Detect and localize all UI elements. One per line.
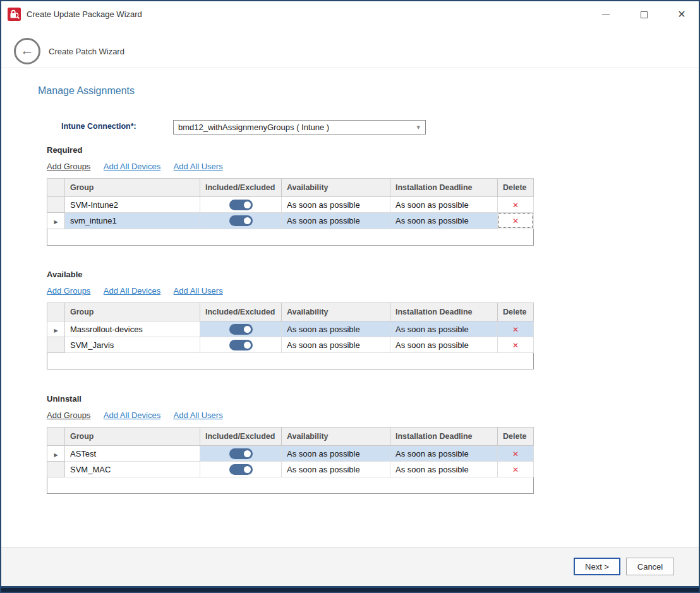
back-button[interactable]: ← <box>14 38 40 64</box>
links-row-available: Add Groups Add All Devices Add All Users <box>47 285 540 296</box>
assignments-table-available: Group Included/Excluded Availability Ins… <box>47 302 534 369</box>
add-all-users-link[interactable]: Add All Users <box>174 410 223 420</box>
table-header-row: Group Included/Excluded Availability Ins… <box>47 179 534 197</box>
availability-cell[interactable]: As soon as possible <box>282 321 390 337</box>
row-selector[interactable]: ▶ <box>47 446 65 462</box>
section-available: Available Add Groups Add All Devices Add… <box>47 270 540 369</box>
included-cell <box>200 446 282 462</box>
column-header-availability: Availability <box>282 303 390 321</box>
close-icon: ✕ <box>677 9 685 20</box>
row-selector[interactable]: ▶ <box>47 213 65 229</box>
back-arrow-icon: ← <box>20 44 34 57</box>
deadline-cell[interactable]: As soon as possible <box>390 321 498 337</box>
table-empty-area <box>47 477 534 494</box>
availability-cell[interactable]: As soon as possible <box>282 197 390 213</box>
included-toggle[interactable] <box>229 215 253 226</box>
add-all-users-link[interactable]: Add All Users <box>174 162 223 171</box>
chevron-down-icon: ▾ <box>416 123 425 131</box>
deadline-cell[interactable]: As soon as possible <box>390 446 498 462</box>
add-groups-link[interactable]: Add Groups <box>47 162 90 171</box>
delete-icon[interactable]: ✕ <box>512 325 519 334</box>
table-row: SVM_MAC As soon as possible As soon as p… <box>47 462 534 477</box>
availability-cell[interactable]: As soon as possible <box>282 446 390 462</box>
included-toggle[interactable] <box>229 200 253 210</box>
delete-cell-focus-outline: ✕ <box>498 213 533 229</box>
group-cell[interactable]: SVM_Jarvis <box>65 337 200 353</box>
add-all-devices-link[interactable]: Add All Devices <box>104 286 160 296</box>
group-cell[interactable]: ASTest <box>65 446 200 462</box>
row-selector-header <box>47 428 65 446</box>
add-groups-link[interactable]: Add Groups <box>47 286 90 296</box>
delete-icon[interactable]: ✕ <box>512 341 519 350</box>
column-header-delete: Delete <box>498 303 534 321</box>
delete-cell-focused: ✕ <box>498 213 534 229</box>
deadline-cell[interactable]: As soon as possible <box>390 462 498 477</box>
deadline-cell[interactable]: As soon as possible <box>390 197 498 213</box>
group-cell[interactable]: SVM-Intune2 <box>65 197 200 213</box>
included-cell <box>200 197 282 213</box>
create-update-package-wizard-window: Create Update Package Wizard ✕ ← Create … <box>0 0 700 593</box>
intune-connection-value: bmd12_withAssignmenyGroups ( Intune ) <box>174 123 416 132</box>
row-selector-header <box>47 179 65 197</box>
assignments-table-required: Group Included/Excluded Availability Ins… <box>47 178 534 246</box>
toggle-knob <box>244 342 251 349</box>
table-empty-area <box>47 229 534 246</box>
included-cell <box>200 337 282 353</box>
delete-cell: ✕ <box>498 446 534 462</box>
footer-bar: Next > Cancel <box>1 547 699 587</box>
next-button[interactable]: Next > <box>574 558 620 575</box>
group-cell[interactable]: svm_intune1 <box>65 213 200 229</box>
add-groups-link[interactable]: Add Groups <box>47 410 90 420</box>
delete-cell: ✕ <box>498 197 534 213</box>
table-empty-area <box>47 353 534 369</box>
row-selector[interactable] <box>47 337 65 353</box>
close-button[interactable]: ✕ <box>673 6 690 23</box>
row-selector-arrow-icon: ▶ <box>54 219 57 225</box>
column-header-delete: Delete <box>498 179 534 197</box>
add-all-devices-link[interactable]: Add All Devices <box>104 162 160 171</box>
row-selector[interactable] <box>47 462 65 477</box>
group-cell[interactable]: SVM_MAC <box>65 462 200 477</box>
window-title: Create Update Package Wizard <box>27 9 142 19</box>
availability-cell[interactable]: As soon as possible <box>282 337 390 353</box>
availability-cell[interactable]: As soon as possible <box>282 462 390 477</box>
intune-connection-dropdown[interactable]: bmd12_withAssignmenyGroups ( Intune ) ▾ <box>173 120 426 135</box>
section-title-uninstall: Uninstall <box>47 394 540 404</box>
deadline-cell[interactable]: As soon as possible <box>390 213 498 229</box>
app-lock-search-icon <box>8 8 21 21</box>
included-cell <box>200 462 282 477</box>
add-all-devices-link[interactable]: Add All Devices <box>104 410 160 420</box>
maximize-button[interactable] <box>636 6 652 23</box>
group-cell[interactable]: Massrollout-devices <box>65 321 200 337</box>
cancel-button[interactable]: Cancel <box>626 558 674 575</box>
delete-icon[interactable]: ✕ <box>512 201 519 210</box>
row-selector-header <box>47 303 65 321</box>
column-header-included: Included/Excluded <box>200 303 282 321</box>
row-selector[interactable] <box>47 197 65 213</box>
table-row: ▶ Massrollout-devices As soon as possibl… <box>47 321 534 337</box>
add-all-users-link[interactable]: Add All Users <box>174 286 223 296</box>
toggle-knob <box>244 217 251 224</box>
delete-icon[interactable]: ✕ <box>512 465 519 474</box>
deadline-cell[interactable]: As soon as possible <box>390 337 498 353</box>
included-cell <box>200 321 282 337</box>
delete-icon[interactable]: ✕ <box>512 450 519 458</box>
column-header-group: Group <box>65 303 200 321</box>
section-title-available: Available <box>47 270 540 280</box>
included-toggle[interactable] <box>229 464 253 475</box>
row-selector[interactable]: ▶ <box>47 321 65 337</box>
included-toggle[interactable] <box>229 340 253 350</box>
table-row: SVM-Intune2 As soon as possible As soon … <box>47 197 534 213</box>
included-toggle[interactable] <box>229 324 253 335</box>
delete-cell: ✕ <box>498 321 534 337</box>
minimize-button[interactable] <box>598 6 614 23</box>
toggle-knob <box>244 466 251 473</box>
availability-cell[interactable]: As soon as possible <box>282 213 390 229</box>
table-row: ▶ ASTest As soon as possible As soon as … <box>47 446 534 462</box>
delete-icon[interactable]: ✕ <box>512 217 519 225</box>
maximize-icon <box>641 11 648 18</box>
section-title-required: Required <box>47 145 540 155</box>
included-toggle[interactable] <box>229 448 253 459</box>
column-header-group: Group <box>65 179 200 197</box>
page-title: Manage Assignments <box>38 85 135 97</box>
